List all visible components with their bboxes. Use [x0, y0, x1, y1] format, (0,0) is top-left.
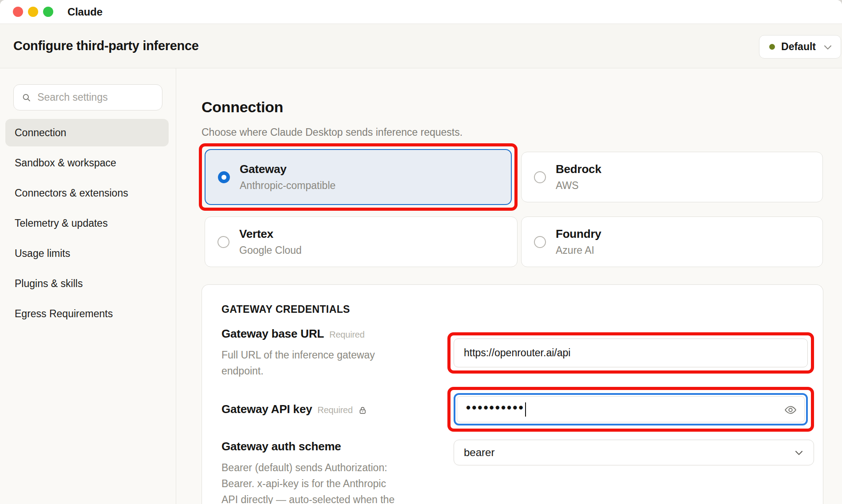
sidebar-nav: Connection Sandbox & workspace Connector… — [5, 119, 169, 327]
sidebar-item-connection[interactable]: Connection — [5, 119, 169, 146]
base-url-input[interactable] — [454, 339, 808, 367]
provider-subtitle: Google Cloud — [239, 244, 302, 256]
sidebar-item-telemetry-updates[interactable]: Telemetry & updates — [5, 209, 169, 237]
provider-subtitle: Anthropic-compatible — [240, 180, 336, 192]
sidebar-item-sandbox-workspace[interactable]: Sandbox & workspace — [5, 149, 169, 177]
provider-name: Gateway — [240, 162, 336, 176]
zoom-window-button[interactable] — [43, 7, 53, 17]
radio-bedrock[interactable] — [534, 171, 546, 183]
search-settings-box[interactable] — [13, 84, 162, 110]
field-row-api-key: Gateway API key Required •••••••••• — [221, 387, 814, 432]
masked-api-key: •••••••••• — [466, 402, 525, 414]
field-row-base-url: Gateway base URL Required Full URL of th… — [221, 327, 814, 379]
eye-icon — [784, 403, 797, 417]
api-key-label-row: Gateway API key Required — [221, 402, 447, 416]
lock-icon — [358, 406, 367, 415]
radio-gateway[interactable] — [218, 171, 230, 183]
provider-subtitle: AWS — [556, 180, 601, 192]
titlebar: Claude — [0, 0, 842, 24]
auth-scheme-value: bearer — [464, 446, 494, 459]
annotation-box-base-url — [447, 332, 814, 374]
required-badge: Required — [329, 330, 365, 340]
minimize-window-button[interactable] — [28, 7, 38, 17]
base-url-description: Full URL of the inference gateway endpoi… — [221, 347, 403, 379]
radio-vertex[interactable] — [217, 236, 229, 248]
close-window-button[interactable] — [13, 7, 23, 17]
provider-card-bedrock[interactable]: Bedrock AWS — [521, 152, 823, 202]
auth-scheme-select[interactable]: bearer — [454, 440, 814, 465]
settings-sidebar: Connection Sandbox & workspace Connector… — [0, 68, 176, 504]
required-badge: Required — [317, 405, 353, 415]
provider-subtitle: Azure AI — [556, 244, 601, 256]
connection-panel: Connection Choose where Claude Desktop s… — [176, 68, 842, 504]
search-input[interactable] — [37, 91, 154, 103]
gateway-credentials-section: GATEWAY CREDENTIALS Gateway base URL Req… — [202, 284, 823, 504]
sidebar-item-plugins-skills[interactable]: Plugins & skills — [5, 270, 169, 297]
page-title: Configure third-party inference — [13, 39, 199, 53]
base-url-label-row: Gateway base URL Required — [221, 327, 447, 341]
environment-selector[interactable]: Default — [759, 35, 841, 59]
provider-card-foundry[interactable]: Foundry Azure AI — [521, 217, 823, 267]
sidebar-item-connectors-extensions[interactable]: Connectors & extensions — [5, 179, 169, 207]
page-header: Configure third-party inference Default — [0, 24, 842, 68]
annotation-box-gateway: Gateway Anthropic-compatible — [199, 143, 518, 211]
reveal-api-key-button[interactable] — [784, 403, 797, 417]
status-dot — [769, 44, 775, 50]
window-title: Claude — [67, 6, 103, 18]
annotation-box-api-key: •••••••••• — [447, 387, 814, 432]
provider-name: Foundry — [556, 227, 601, 241]
provider-card-vertex[interactable]: Vertex Google Cloud — [205, 217, 518, 267]
section-subtitle: Choose where Claude Desktop sends infere… — [202, 126, 823, 138]
environment-label: Default — [781, 41, 816, 53]
chevron-down-icon — [822, 41, 834, 53]
section-title: Connection — [202, 98, 823, 116]
base-url-label: Gateway base URL — [221, 327, 324, 341]
api-key-input[interactable]: •••••••••• — [457, 396, 805, 422]
claude-settings-window: Claude Configure third-party inference D… — [0, 0, 842, 504]
field-row-auth-scheme: Gateway auth scheme Bearer (default) sen… — [221, 440, 814, 504]
chevron-down-icon — [793, 447, 805, 458]
sidebar-item-usage-limits[interactable]: Usage limits — [5, 240, 169, 267]
sidebar-item-egress-requirements[interactable]: Egress Requirements — [5, 300, 169, 327]
auth-scheme-description: Bearer (default) sends Authorization: Be… — [221, 460, 403, 504]
api-key-focus-ring: •••••••••• — [454, 393, 808, 425]
provider-name: Vertex — [239, 227, 302, 241]
provider-card-gateway[interactable]: Gateway Anthropic-compatible — [205, 149, 512, 205]
radio-foundry[interactable] — [534, 236, 546, 248]
text-cursor — [525, 402, 526, 417]
credentials-heading: GATEWAY CREDENTIALS — [221, 303, 814, 315]
provider-cards: Gateway Anthropic-compatible Bedrock AWS — [202, 143, 823, 267]
auth-scheme-label: Gateway auth scheme — [221, 440, 447, 453]
search-icon — [22, 92, 31, 103]
api-key-label: Gateway API key — [221, 402, 312, 416]
provider-name: Bedrock — [556, 162, 601, 176]
